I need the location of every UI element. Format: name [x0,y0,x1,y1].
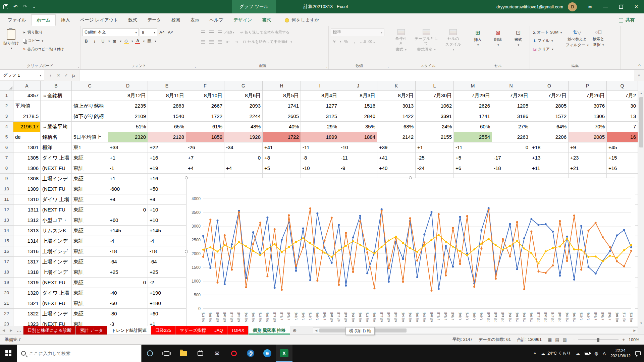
cell-H4[interactable]: 40% [263,122,301,132]
clear-button[interactable]: ◪クリア▾ [532,45,563,53]
cell-N3[interactable]: 3186 [492,111,530,122]
excel-taskbar-button[interactable]: X [276,345,292,362]
sheet-tab-トレンド統計関連[interactable]: トレンド統計関連 [107,326,151,335]
cell-D22[interactable]: -80 [108,309,148,319]
column-header-M[interactable]: M [454,81,492,90]
cortana-button[interactable] [142,345,158,362]
cell-L8[interactable]: -24 [416,163,454,174]
ribbon-tab-ファイル[interactable]: ファイル [3,14,31,26]
align-right-button[interactable] [216,38,223,46]
ribbon-tab-挿入[interactable]: 挿入 [56,14,75,26]
notification-center-icon[interactable] [635,351,641,355]
ribbon-tab-表示[interactable]: 表示 [185,14,205,26]
cut-button[interactable]: ✂切り取り [22,28,65,36]
weather-widget[interactable]: ☁ 24°C くもり [541,351,571,356]
decrease-decimal-button[interactable]: .00→ [368,38,376,45]
cell-F2[interactable]: 2667 [186,101,224,111]
column-header-G[interactable]: G [224,81,263,90]
row-header-15[interactable]: 15 [0,236,13,246]
zoom-level[interactable]: 100% [629,338,639,342]
cell-D21[interactable]: -60 [108,298,148,309]
cell-J4[interactable]: 35% [339,122,377,132]
select-all-corner[interactable] [0,81,13,90]
cell-Q8[interactable]: +16 [607,163,638,174]
cell-G2[interactable]: 2093 [224,101,263,111]
column-header-F[interactable]: F [186,81,224,90]
copy-button[interactable]: コピー▾ [22,37,65,45]
row-header-10[interactable]: 10 [0,184,13,194]
bold-button[interactable]: B [83,38,90,45]
cell-H8[interactable]: +5 [263,163,301,174]
cell-D20[interactable]: -40 [108,288,148,298]
cell-K8[interactable]: +40 [377,163,416,174]
column-header-O[interactable]: O [530,81,569,90]
row-header-14[interactable]: 14 [0,226,13,236]
cell-E9[interactable]: +16 [148,174,186,184]
cell-D17[interactable]: -64 [108,257,148,267]
ribbon-tab-データ[interactable]: データ [142,14,166,26]
cell-E19[interactable]: -2 [148,278,186,288]
mail-button[interactable]: ✉ [209,345,225,362]
cell-E1[interactable]: 8月11日 [148,90,186,101]
cell-D11[interactable]: +4 [108,194,148,205]
italic-button[interactable]: I [91,38,98,45]
cell-A2[interactable]: 平均値 [13,101,41,111]
cell-C19[interactable]: 東証 [72,278,108,288]
cell-A18[interactable]: 1318 [13,267,41,278]
cell-B12[interactable]: (NEXT FU [41,205,72,215]
row-header-22[interactable]: 22 [0,309,13,319]
row-header-12[interactable]: 12 [0,205,13,215]
cell-B9[interactable]: 上場インデ [41,174,72,184]
normal-view-icon[interactable]: ▦ [548,337,552,342]
cell-H2[interactable]: 1741 [263,101,301,111]
network-icon[interactable]: ◍ [594,351,598,356]
sheet-tab-マザーズ指標[interactable]: マザーズ指標 [175,326,210,335]
cell-C3[interactable]: 値下がり銘柄 [72,111,108,122]
column-header-H[interactable]: H [263,81,301,90]
new-sheet-button[interactable]: ⊕ [290,326,300,335]
cell-A5[interactable]: de [13,132,41,142]
cell-D6[interactable]: +33 [108,142,148,153]
cell-F4[interactable]: 61% [186,122,224,132]
conditional-formatting-button[interactable]: 条件付き 書式 ▾ [392,28,410,62]
insert-function-icon[interactable]: fx [72,73,75,78]
search-input[interactable] [29,351,137,356]
cell-P1[interactable]: 7月26日 [569,90,607,101]
clipboard-dialog-launcher[interactable]: ⌟ [77,65,79,68]
cell-D2[interactable]: 2235 [108,101,148,111]
row-header-11[interactable]: 11 [0,194,13,205]
row-header-7[interactable]: 7 [0,153,13,163]
cell-D10[interactable]: -600 [108,184,148,194]
percent-format-button[interactable]: % [342,38,350,45]
delete-cells-button[interactable]: ⊠ 削除▾ [493,28,503,62]
cell-D5[interactable]: 2320 [108,132,148,142]
cell-G4[interactable]: 48% [224,122,263,132]
cell-E11[interactable]: +4 [148,194,186,205]
cell-P7[interactable]: +23 [569,153,607,163]
fill-button[interactable]: ⬇フィル▾ [532,37,563,45]
row-header-3[interactable]: 3 [0,111,13,122]
cell-B17[interactable]: 上場インデ [41,257,72,267]
cell-Q2[interactable]: 30 [607,101,638,111]
cell-D1[interactable]: 8月12日 [108,90,148,101]
ribbon-tab-ページ レイアウト[interactable]: ページ レイアウト [75,14,123,26]
cell-B20[interactable]: ダイワ 上場 [41,288,72,298]
cell-D13[interactable]: +60 [108,215,148,226]
formula-input[interactable] [79,70,634,81]
embedded-chart[interactable]: 050010001500200025003000350040005月17日5月1… [186,178,635,326]
cell-E2[interactable]: 2863 [148,101,186,111]
column-header-B[interactable]: B [41,81,72,90]
cell-P5[interactable]: 2085 [569,132,607,142]
battery-icon[interactable] [585,352,590,355]
sheet-tab-TOPIX[interactable]: TOPIX [227,326,249,335]
column-header-C[interactable]: C [72,81,108,90]
currency-format-button[interactable]: ￥ [331,38,338,45]
zoom-in-icon[interactable]: ＋ [621,337,626,343]
browser-red-button[interactable] [225,345,242,362]
align-bottom-button[interactable] [216,29,223,36]
row-header-9[interactable]: 9 [0,174,13,184]
cell-B19[interactable]: (NEXT FU [41,278,72,288]
cell-D14[interactable]: +145 [108,226,148,236]
sheet-tab-JAQ[interactable]: JAQ [210,326,227,335]
cell-G6[interactable]: -34 [224,142,263,153]
